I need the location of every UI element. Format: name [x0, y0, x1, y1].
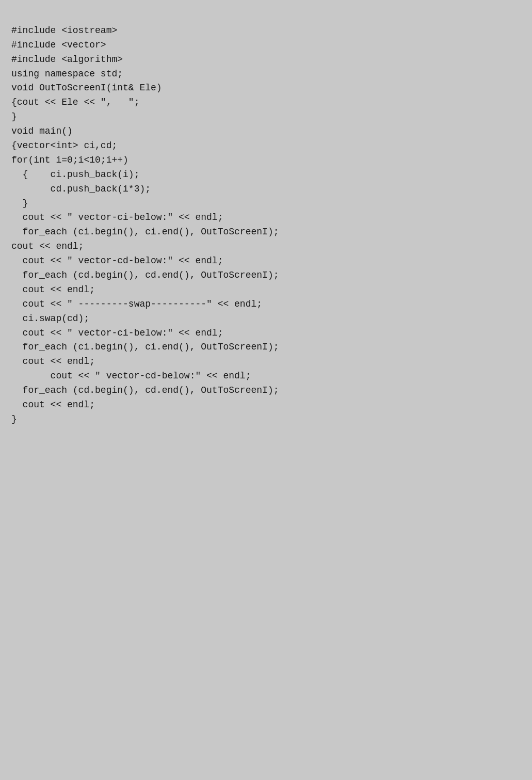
code-line: cout << " vector-ci-below:" << endl;	[11, 326, 521, 341]
code-line: void main()	[11, 124, 521, 139]
code-line: for(int i=0;i<10;i++)	[11, 153, 521, 168]
code-line: using namespace std;	[11, 67, 521, 82]
code-line: }	[11, 197, 521, 211]
code-line: cout << " ---------swap----------" << en…	[11, 297, 521, 312]
code-block: #include <iostream>#include <vector>#inc…	[11, 9, 521, 427]
code-line: cout << " vector-cd-below:" << endl;	[11, 369, 521, 384]
code-line: for_each (ci.begin(), ci.end(), OutToScr…	[11, 225, 521, 240]
code-line: cout << " vector-ci-below:" << endl;	[11, 211, 521, 225]
code-line: #include <algorithm>	[11, 53, 521, 67]
code-line: }	[11, 412, 521, 427]
code-line: #include <iostream>	[11, 24, 521, 38]
code-line: void OutToScreenI(int& Ele)	[11, 81, 521, 95]
code-line: #include <vector>	[11, 38, 521, 53]
code-line: { ci.push_back(i);	[11, 168, 521, 182]
code-line: cout << endl;	[11, 398, 521, 412]
code-line: for_each (cd.begin(), cd.end(), OutToScr…	[11, 268, 521, 283]
code-line: for_each (ci.begin(), ci.end(), OutToScr…	[11, 340, 521, 355]
code-line: ci.swap(cd);	[11, 312, 521, 326]
code-line: cout << endl;	[11, 240, 521, 254]
code-line: {vector<int> ci,cd;	[11, 139, 521, 153]
code-line: cd.push_back(i*3);	[11, 182, 521, 197]
code-line: for_each (cd.begin(), cd.end(), OutToScr…	[11, 384, 521, 398]
code-line: cout << endl;	[11, 355, 521, 369]
code-line: cout << endl;	[11, 283, 521, 297]
code-line: cout << " vector-cd-below:" << endl;	[11, 254, 521, 268]
code-line: {cout << Ele << ", ";	[11, 95, 521, 110]
code-line: }	[11, 110, 521, 124]
